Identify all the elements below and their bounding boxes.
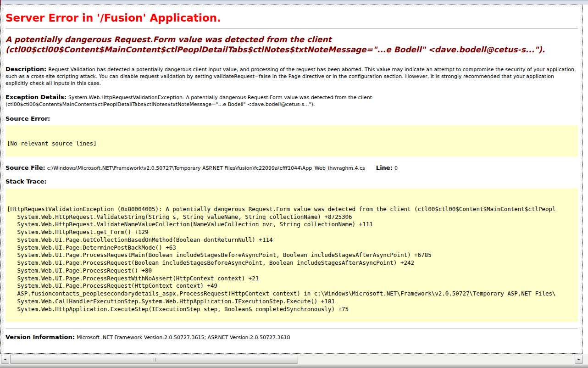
stack-trace-box: [HttpRequestValidationException (0x80004… — [6, 188, 578, 323]
source-error-box: [No relevant source lines] — [6, 125, 578, 157]
version-info-line: Version Information:Microsoft .NET Frame… — [6, 334, 578, 341]
description-text: Request Validation has detected a potent… — [6, 67, 576, 86]
source-file-label: Source File: — [6, 164, 45, 171]
version-info-label: Version Information: — [6, 334, 75, 340]
description-block: Description:Request Validation has detec… — [6, 66, 578, 87]
version-info-text: Microsoft .NET Framework Version:2.0.507… — [77, 335, 290, 340]
scroll-left-icon: ◄ — [4, 357, 6, 361]
line-number-label: Line: — [376, 164, 393, 171]
exception-details-label: Exception Details: — [6, 94, 67, 100]
error-message-line1: A potentially dangerous Request.Form val… — [6, 35, 332, 44]
server-error-page: Server Error in '/Fusion' Application. A… — [0, 5, 583, 354]
scrollbar-grip-icon — [152, 358, 156, 362]
line-number-value: 0 — [394, 165, 398, 171]
exception-details-block: Exception Details:System.Web.HttpRequest… — [6, 94, 578, 108]
window-chrome-bottom — [0, 364, 588, 368]
source-error-label: Source Error: — [6, 115, 578, 123]
page-title: Server Error in '/Fusion' Application. — [6, 11, 578, 25]
horizontal-scrollbar[interactable]: ◄ ► — [0, 354, 588, 364]
description-label: Description: — [6, 66, 46, 72]
horizontal-scrollbar-thumb[interactable] — [10, 355, 298, 364]
window-chrome-top — [0, 0, 588, 5]
stack-trace-label: Stack Trace: — [6, 178, 578, 185]
error-message: A potentially dangerous Request.Form val… — [6, 34, 578, 55]
error-message-line2: (ctl00$ctl00$Content$MainContent$ctlPeop… — [6, 45, 545, 54]
footer-divider — [6, 329, 578, 329]
browser-viewport: Server Error in '/Fusion' Application. A… — [0, 0, 588, 368]
title-divider — [6, 28, 578, 29]
source-file-line: Source File:c:\Windows\Microsoft.NET\Fra… — [6, 164, 578, 172]
scroll-right-button[interactable]: ► — [575, 355, 583, 364]
source-file-path: c:\Windows\Microsoft.NET\Framework\v2.0.… — [47, 165, 365, 171]
scroll-left-button[interactable]: ◄ — [1, 355, 9, 364]
scroll-right-icon: ► — [577, 357, 580, 361]
